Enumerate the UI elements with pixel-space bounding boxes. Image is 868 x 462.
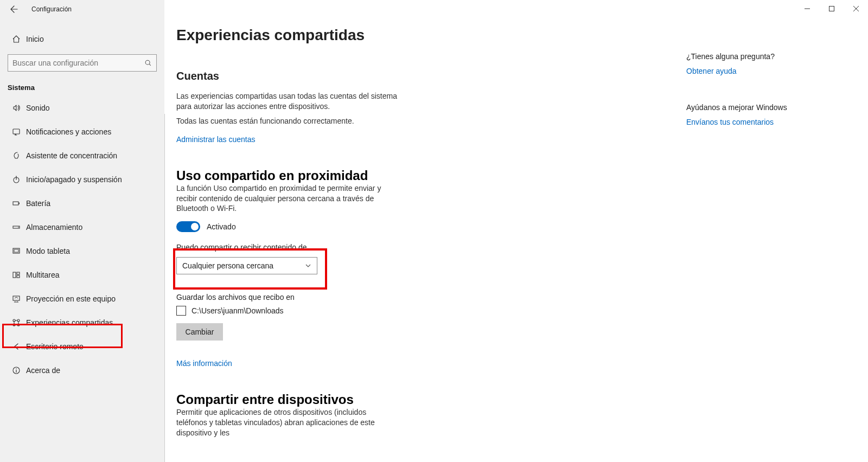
search-icon xyxy=(144,59,152,67)
back-button[interactable] xyxy=(7,0,22,18)
search-input[interactable] xyxy=(12,59,144,67)
sidebar-item-notificaciones[interactable]: Notificaciones y acciones xyxy=(0,120,164,144)
about-icon xyxy=(10,366,23,375)
right-column: ¿Tienes alguna pregunta? Obtener ayuda A… xyxy=(686,52,816,154)
close-button[interactable] xyxy=(844,0,868,17)
maximize-button[interactable] xyxy=(819,0,844,17)
sidebar-category: Sistema xyxy=(0,72,164,96)
sidebar-item-sonido[interactable]: Sonido xyxy=(0,96,164,120)
nearby-heading: Uso compartido en proximidad xyxy=(176,168,599,183)
svg-point-16 xyxy=(17,324,20,326)
close-icon xyxy=(853,6,859,11)
sidebar-item-asistente[interactable]: Asistente de concentración xyxy=(0,144,164,168)
svg-rect-1 xyxy=(13,129,20,134)
change-folder-button[interactable]: Cambiar xyxy=(176,323,223,341)
svg-point-15 xyxy=(13,324,15,326)
nearby-desc: La función Uso compartido en proximidad … xyxy=(176,183,399,214)
divider xyxy=(164,114,165,462)
accounts-desc-1: Las experiencias compartidas usan todas … xyxy=(176,91,399,112)
svg-point-6 xyxy=(18,227,19,228)
svg-point-18 xyxy=(16,368,17,369)
tablet-mode-icon xyxy=(10,247,23,255)
accounts-desc-2: Todas las cuentas están funcionando corr… xyxy=(176,116,399,126)
projecting-icon xyxy=(10,294,23,303)
remote-desktop-icon xyxy=(10,342,23,351)
sound-icon xyxy=(10,104,23,112)
svg-rect-10 xyxy=(17,272,20,274)
svg-rect-19 xyxy=(829,7,834,11)
svg-point-14 xyxy=(17,319,20,322)
sidebar-item-almacenamiento[interactable]: Almacenamiento xyxy=(0,215,164,239)
help-title: ¿Tienes alguna pregunta? xyxy=(686,52,816,61)
sidebar-item-tableta[interactable]: Modo tableta xyxy=(0,239,164,263)
send-feedback-link[interactable]: Envíanos tus comentarios xyxy=(686,118,774,126)
arrow-left-icon xyxy=(10,5,18,14)
sidebar-home-label: Inicio xyxy=(26,35,44,43)
manage-accounts-link[interactable]: Administrar las cuentas xyxy=(176,135,256,144)
dropdown-value: Cualquier persona cercana xyxy=(182,261,273,270)
storage-icon xyxy=(10,223,23,232)
feedback-block: Ayúdanos a mejorar Windows Envíanos tus … xyxy=(686,103,816,127)
accounts-heading: Cuentas xyxy=(176,70,599,82)
sidebar-item-escritorio-remoto[interactable]: Escritorio remoto xyxy=(0,335,164,358)
folder-icon xyxy=(176,306,186,316)
devices-desc: Permitir que aplicaciones de otros dispo… xyxy=(176,407,399,438)
content: Experiencias compartidas Cuentas Las exp… xyxy=(176,27,599,442)
focus-assist-icon xyxy=(10,151,23,160)
sidebar-item-multitarea[interactable]: Multitarea xyxy=(0,263,164,287)
window-title: Configuración xyxy=(31,5,72,13)
maximize-icon xyxy=(829,6,834,11)
svg-rect-4 xyxy=(19,203,20,204)
titlebar-left: Configuración xyxy=(0,0,164,18)
chevron-down-icon xyxy=(305,262,311,269)
svg-rect-3 xyxy=(13,202,18,205)
more-info-link[interactable]: Más información xyxy=(176,359,232,368)
battery-icon xyxy=(10,199,23,208)
save-path-label: Guardar los archivos que recibo en xyxy=(176,293,599,301)
share-from-label: Puedo compartir o recibir contenido de xyxy=(176,243,328,252)
toggle-knob xyxy=(191,223,199,230)
section-share-between-devices: Compartir entre dispositivos Permitir qu… xyxy=(176,392,599,438)
minimize-icon xyxy=(805,6,810,11)
power-icon xyxy=(10,175,23,184)
svg-point-0 xyxy=(145,60,150,65)
section-accounts: Cuentas Las experiencias compartidas usa… xyxy=(176,70,599,144)
search-box[interactable] xyxy=(8,54,157,72)
sidebar-item-proyeccion[interactable]: Proyección en este equipo xyxy=(0,287,164,311)
sidebar: Configuración Inicio Sistema Sonido xyxy=(0,0,164,462)
main-panel: Experiencias compartidas Cuentas Las exp… xyxy=(164,0,868,462)
sidebar-item-inicio-apagado[interactable]: Inicio/apagado y suspensión xyxy=(0,168,164,191)
get-help-link[interactable]: Obtener ayuda xyxy=(686,67,737,75)
shared-experiences-icon xyxy=(10,318,23,327)
minimize-button[interactable] xyxy=(795,0,819,17)
devices-heading: Compartir entre dispositivos xyxy=(176,392,599,407)
svg-rect-8 xyxy=(14,249,18,252)
share-from-dropdown[interactable]: Cualquier persona cercana xyxy=(176,257,317,274)
svg-rect-9 xyxy=(13,272,16,278)
feedback-title: Ayúdanos a mejorar Windows xyxy=(686,103,816,112)
svg-point-13 xyxy=(13,319,15,322)
svg-rect-11 xyxy=(17,275,20,278)
nearby-sharing-toggle[interactable] xyxy=(176,221,200,232)
svg-rect-12 xyxy=(13,296,20,300)
toggle-state-label: Activado xyxy=(207,222,236,231)
home-icon xyxy=(10,35,23,43)
section-nearby-sharing: Uso compartido en proximidad La función … xyxy=(176,168,599,369)
sidebar-item-experiencias-compartidas[interactable]: Experiencias compartidas xyxy=(0,311,164,335)
page-title: Experiencias compartidas xyxy=(176,27,599,44)
sidebar-nav: Sonido Notificaciones y acciones Asisten… xyxy=(0,96,164,382)
sidebar-item-bateria[interactable]: Batería xyxy=(0,191,164,215)
sidebar-home[interactable]: Inicio xyxy=(0,28,164,50)
save-path-value: C:\Users\juanm\Downloads xyxy=(192,306,284,315)
sidebar-item-acerca-de[interactable]: Acerca de xyxy=(0,358,164,382)
notifications-icon xyxy=(10,127,23,136)
window-controls xyxy=(795,0,868,17)
multitask-icon xyxy=(10,271,23,279)
help-block: ¿Tienes alguna pregunta? Obtener ayuda xyxy=(686,52,816,76)
